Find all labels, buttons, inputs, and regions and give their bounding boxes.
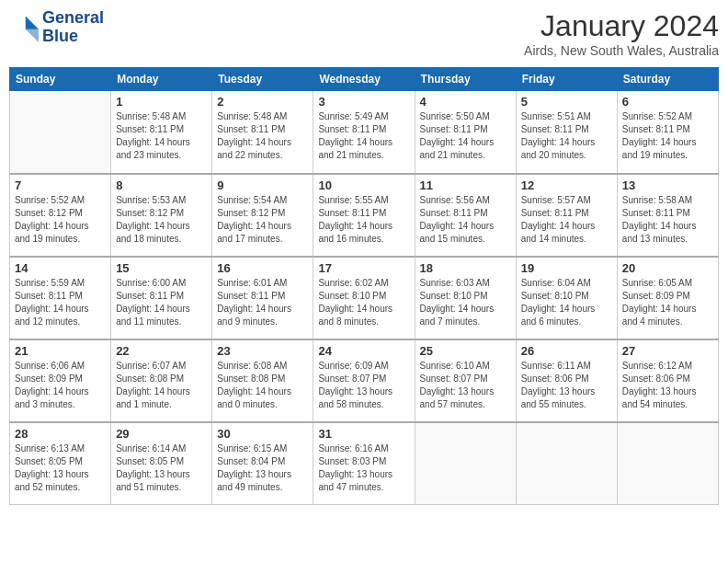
calendar-cell: 8Sunrise: 5:53 AM Sunset: 8:12 PM Daylig…	[111, 174, 212, 257]
calendar-cell: 11Sunrise: 5:56 AM Sunset: 8:11 PM Dayli…	[415, 174, 516, 257]
day-info: Sunrise: 6:09 AM Sunset: 8:07 PM Dayligh…	[318, 360, 409, 411]
day-info: Sunrise: 6:02 AM Sunset: 8:10 PM Dayligh…	[318, 277, 409, 328]
calendar-week-row: 14Sunrise: 5:59 AM Sunset: 8:11 PM Dayli…	[10, 257, 719, 339]
calendar-cell: 26Sunrise: 6:11 AM Sunset: 8:06 PM Dayli…	[516, 339, 617, 422]
calendar-cell: 30Sunrise: 6:15 AM Sunset: 8:04 PM Dayli…	[212, 422, 313, 505]
calendar-cell: 28Sunrise: 6:13 AM Sunset: 8:05 PM Dayli…	[10, 422, 111, 505]
day-number: 16	[217, 261, 308, 275]
day-number: 31	[318, 427, 409, 441]
calendar-day-header: Saturday	[617, 68, 718, 91]
day-info: Sunrise: 5:48 AM Sunset: 8:11 PM Dayligh…	[116, 110, 207, 162]
day-number: 10	[318, 178, 409, 192]
day-info: Sunrise: 5:59 AM Sunset: 8:11 PM Dayligh…	[15, 277, 106, 328]
day-info: Sunrise: 5:52 AM Sunset: 8:12 PM Dayligh…	[15, 194, 106, 246]
calendar-cell: 7Sunrise: 5:52 AM Sunset: 8:12 PM Daylig…	[10, 174, 111, 257]
day-number: 18	[420, 261, 511, 275]
day-number: 11	[420, 178, 511, 192]
day-info: Sunrise: 5:55 AM Sunset: 8:11 PM Dayligh…	[318, 194, 409, 246]
day-info: Sunrise: 6:10 AM Sunset: 8:07 PM Dayligh…	[420, 360, 511, 411]
calendar-cell: 16Sunrise: 6:01 AM Sunset: 8:11 PM Dayli…	[212, 257, 313, 339]
day-number: 3	[318, 95, 409, 109]
page-header: General Blue January 2024 Airds, New Sou…	[9, 9, 719, 58]
svg-marker-1	[26, 29, 39, 42]
calendar-cell: 20Sunrise: 6:05 AM Sunset: 8:09 PM Dayli…	[617, 257, 718, 339]
calendar-day-header: Tuesday	[212, 68, 313, 91]
day-info: Sunrise: 6:11 AM Sunset: 8:06 PM Dayligh…	[521, 360, 612, 411]
day-info: Sunrise: 6:12 AM Sunset: 8:06 PM Dayligh…	[622, 360, 713, 411]
calendar-table: SundayMondayTuesdayWednesdayThursdayFrid…	[9, 67, 719, 505]
day-info: Sunrise: 5:54 AM Sunset: 8:12 PM Dayligh…	[217, 194, 308, 246]
day-info: Sunrise: 6:07 AM Sunset: 8:08 PM Dayligh…	[116, 360, 207, 411]
day-info: Sunrise: 6:01 AM Sunset: 8:11 PM Dayligh…	[217, 277, 308, 328]
calendar-week-row: 1Sunrise: 5:48 AM Sunset: 8:11 PM Daylig…	[10, 91, 719, 174]
day-number: 9	[217, 178, 308, 192]
calendar-cell: 21Sunrise: 6:06 AM Sunset: 8:09 PM Dayli…	[10, 339, 111, 422]
day-info: Sunrise: 5:53 AM Sunset: 8:12 PM Dayligh…	[116, 194, 207, 246]
day-number: 23	[217, 344, 308, 358]
day-info: Sunrise: 6:06 AM Sunset: 8:09 PM Dayligh…	[15, 360, 106, 411]
day-number: 14	[15, 261, 106, 275]
day-info: Sunrise: 6:14 AM Sunset: 8:05 PM Dayligh…	[116, 442, 207, 494]
calendar-cell	[10, 91, 111, 174]
day-number: 17	[318, 261, 409, 275]
day-info: Sunrise: 5:58 AM Sunset: 8:11 PM Dayligh…	[622, 194, 713, 246]
day-number: 24	[318, 344, 409, 358]
day-info: Sunrise: 5:49 AM Sunset: 8:11 PM Dayligh…	[318, 110, 409, 162]
day-info: Sunrise: 5:56 AM Sunset: 8:11 PM Dayligh…	[420, 194, 511, 246]
day-info: Sunrise: 6:13 AM Sunset: 8:05 PM Dayligh…	[15, 442, 106, 494]
day-number: 1	[116, 95, 207, 109]
calendar-day-header: Wednesday	[313, 68, 415, 91]
calendar-cell: 1Sunrise: 5:48 AM Sunset: 8:11 PM Daylig…	[111, 91, 212, 174]
day-info: Sunrise: 5:52 AM Sunset: 8:11 PM Dayligh…	[622, 110, 713, 162]
calendar-cell: 15Sunrise: 6:00 AM Sunset: 8:11 PM Dayli…	[111, 257, 212, 339]
day-number: 8	[116, 178, 207, 192]
logo-icon	[9, 13, 39, 42]
day-info: Sunrise: 6:05 AM Sunset: 8:09 PM Dayligh…	[622, 277, 713, 328]
day-info: Sunrise: 5:50 AM Sunset: 8:11 PM Dayligh…	[420, 110, 511, 162]
day-info: Sunrise: 6:00 AM Sunset: 8:11 PM Dayligh…	[116, 277, 207, 328]
day-number: 26	[521, 344, 612, 358]
calendar-cell: 22Sunrise: 6:07 AM Sunset: 8:08 PM Dayli…	[111, 339, 212, 422]
calendar-cell: 23Sunrise: 6:08 AM Sunset: 8:08 PM Dayli…	[212, 339, 313, 422]
calendar-cell: 5Sunrise: 5:51 AM Sunset: 8:11 PM Daylig…	[516, 91, 617, 174]
calendar-cell	[617, 422, 718, 505]
calendar-cell	[415, 422, 516, 505]
day-number: 2	[217, 95, 308, 109]
calendar-cell: 31Sunrise: 6:16 AM Sunset: 8:03 PM Dayli…	[313, 422, 415, 505]
calendar-cell: 14Sunrise: 5:59 AM Sunset: 8:11 PM Dayli…	[10, 257, 111, 339]
calendar-cell: 24Sunrise: 6:09 AM Sunset: 8:07 PM Dayli…	[313, 339, 415, 422]
day-info: Sunrise: 6:08 AM Sunset: 8:08 PM Dayligh…	[217, 360, 308, 411]
day-number: 4	[420, 95, 511, 109]
calendar-cell: 6Sunrise: 5:52 AM Sunset: 8:11 PM Daylig…	[617, 91, 718, 174]
day-number: 7	[15, 178, 106, 192]
day-info: Sunrise: 6:03 AM Sunset: 8:10 PM Dayligh…	[420, 277, 511, 328]
day-info: Sunrise: 6:15 AM Sunset: 8:04 PM Dayligh…	[217, 442, 308, 494]
calendar-cell: 19Sunrise: 6:04 AM Sunset: 8:10 PM Dayli…	[516, 257, 617, 339]
calendar-cell	[516, 422, 617, 505]
calendar-cell: 2Sunrise: 5:48 AM Sunset: 8:11 PM Daylig…	[212, 91, 313, 174]
calendar-week-row: 28Sunrise: 6:13 AM Sunset: 8:05 PM Dayli…	[10, 422, 719, 505]
month-year-title: January 2024	[524, 9, 719, 43]
calendar-cell: 10Sunrise: 5:55 AM Sunset: 8:11 PM Dayli…	[313, 174, 415, 257]
day-number: 5	[521, 95, 612, 109]
day-number: 12	[521, 178, 612, 192]
day-number: 22	[116, 344, 207, 358]
day-info: Sunrise: 6:04 AM Sunset: 8:10 PM Dayligh…	[521, 277, 612, 328]
day-number: 27	[622, 344, 713, 358]
logo: General Blue	[9, 9, 104, 46]
calendar-cell: 9Sunrise: 5:54 AM Sunset: 8:12 PM Daylig…	[212, 174, 313, 257]
logo-text: General Blue	[42, 9, 104, 46]
day-number: 25	[420, 344, 511, 358]
day-number: 30	[217, 427, 308, 441]
calendar-day-header: Sunday	[10, 68, 111, 91]
day-number: 15	[116, 261, 207, 275]
calendar-cell: 29Sunrise: 6:14 AM Sunset: 8:05 PM Dayli…	[111, 422, 212, 505]
calendar-cell: 18Sunrise: 6:03 AM Sunset: 8:10 PM Dayli…	[415, 257, 516, 339]
calendar-header-row: SundayMondayTuesdayWednesdayThursdayFrid…	[10, 68, 719, 91]
day-number: 19	[521, 261, 612, 275]
day-number: 20	[622, 261, 713, 275]
day-number: 21	[15, 344, 106, 358]
calendar-cell: 13Sunrise: 5:58 AM Sunset: 8:11 PM Dayli…	[617, 174, 718, 257]
calendar-day-header: Monday	[111, 68, 212, 91]
calendar-day-header: Friday	[516, 68, 617, 91]
